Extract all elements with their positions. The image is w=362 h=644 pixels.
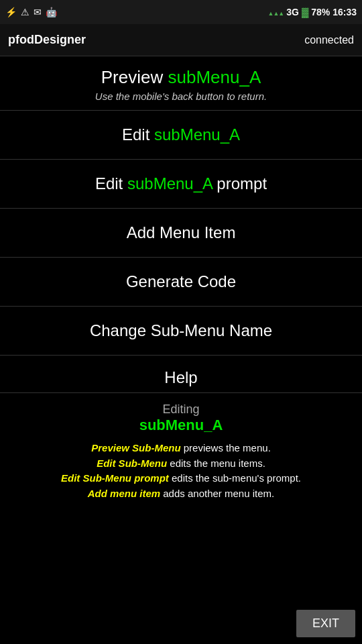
time-display: 16:33 — [333, 7, 357, 17]
edit-submenu-link: Edit Sub-Menu — [97, 458, 167, 469]
preview-title: Preview subMenu_A — [8, 67, 354, 88]
help-text: Preview Sub-Menu previews the menu. Edit… — [11, 441, 351, 501]
editing-label: Editing — [11, 402, 351, 417]
help-button[interactable]: Help — [0, 356, 362, 393]
change-name-button[interactable]: Change Sub-Menu Name — [0, 307, 362, 356]
exit-area: EXIT — [0, 606, 362, 644]
app-title: pfodDesigner — [8, 33, 86, 47]
edit-prompt-link: Edit Sub-Menu prompt — [61, 472, 169, 484]
change-name-label: Change Sub-Menu Name — [90, 321, 272, 339]
status-bar: 3G 78% 16:33 — [0, 0, 362, 24]
preview-submenu-link: Preview Sub-Menu — [91, 442, 180, 453]
add-menu-item-button[interactable]: Add Menu Item — [0, 209, 362, 258]
battery-icon — [302, 7, 308, 17]
connection-status: connected — [304, 34, 354, 46]
preview-subtitle: Use the mobile's back button to return. — [8, 91, 354, 102]
android-icon — [46, 7, 57, 17]
help-label: Help — [164, 368, 197, 387]
preview-submenu-desc: previews the menu. — [181, 442, 271, 453]
editing-name: subMenu_A — [11, 417, 351, 434]
edit-prompt-label: Edit — [95, 174, 127, 193]
status-icons — [5, 7, 57, 17]
help-area: Editing subMenu_A Preview Sub-Menu previ… — [0, 393, 362, 606]
preview-label: Preview — [101, 67, 168, 87]
preview-menu-name: subMenu_A — [168, 67, 261, 87]
edit-submenu-name: subMenu_A — [154, 125, 240, 144]
edit-submenu-label: Edit — [122, 125, 154, 144]
network-type: 3G — [286, 7, 299, 17]
status-right: 3G 78% 16:33 — [268, 7, 357, 17]
add-item-desc: adds another menu item. — [160, 488, 274, 499]
generate-code-button[interactable]: Generate Code — [0, 258, 362, 307]
exit-button[interactable]: EXIT — [296, 610, 355, 637]
battery-level: 78% — [311, 7, 330, 17]
edit-prompt-desc: edits the sub-menu's prompt. — [169, 472, 301, 484]
alert-icon — [21, 7, 29, 17]
app-bar: pfodDesigner connected — [0, 24, 362, 56]
email-icon — [34, 7, 42, 17]
preview-header: Preview subMenu_A Use the mobile's back … — [0, 56, 362, 111]
edit-prompt-button[interactable]: Edit subMenu_A prompt — [0, 160, 362, 209]
edit-submenu-button[interactable]: Edit subMenu_A — [0, 111, 362, 160]
add-menu-item-label: Add Menu Item — [127, 223, 236, 241]
signal-icon — [268, 7, 284, 17]
edit-submenu-desc: edits the menu items. — [167, 458, 265, 469]
add-item-link: Add menu item — [88, 488, 160, 499]
generate-code-label: Generate Code — [126, 272, 236, 290]
edit-prompt-suffix: prompt — [213, 174, 267, 193]
edit-prompt-name: subMenu_A — [127, 174, 213, 193]
usb-icon — [5, 7, 17, 17]
